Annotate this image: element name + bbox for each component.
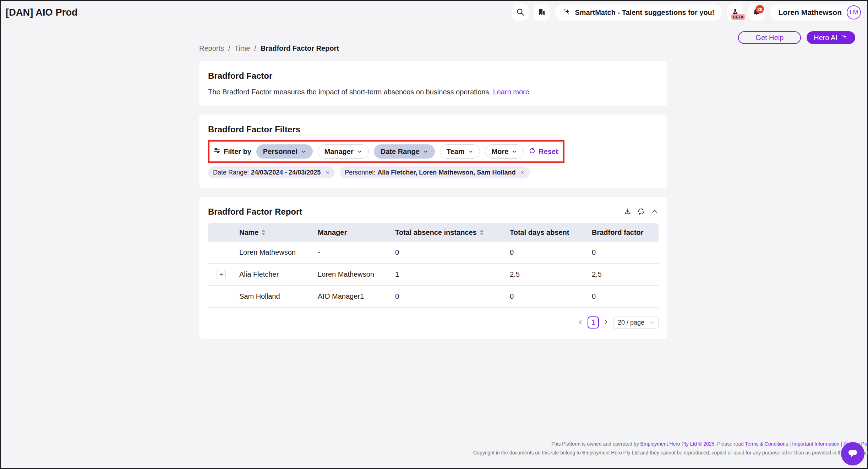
cell-manager: AIO Manager1	[312, 292, 389, 300]
cell-total-days-absent: 0	[504, 248, 586, 256]
filter-more-button[interactable]: More	[485, 144, 524, 159]
user-menu-button[interactable]: Loren Mathewson LM	[770, 4, 862, 21]
learn-more-link[interactable]: Learn more	[493, 88, 529, 96]
chip-value: Alia Fletcher, Loren Mathewson, Sam Holl…	[377, 169, 515, 176]
bradford-factor-report-page: { "app": { "title": "[DAN] AIO Prod" }, …	[0, 0, 868, 469]
column-header-bradford-factor: Bradford factor	[586, 228, 659, 237]
filter-date-range-label: Date Range	[381, 148, 420, 156]
table-header-row: Name Manager Total absence instances Tot…	[208, 223, 659, 242]
bradford-factor-report-card: Bradford Factor Report Name	[199, 197, 667, 339]
cell-bradford-factor: 2.5	[586, 270, 659, 278]
notifications-button[interactable]: 20	[748, 4, 765, 21]
report-card-title: Bradford Factor Report	[208, 207, 302, 217]
smartmatch-label: SmartMatch - Talent suggestions for you!	[575, 9, 714, 17]
column-label: Manager	[318, 228, 347, 237]
close-icon[interactable]	[325, 170, 330, 175]
filter-manager-label: Manager	[324, 148, 354, 156]
expand-cell	[208, 270, 234, 279]
cell-manager: -	[312, 248, 389, 256]
column-header-total-days-absent: Total days absent	[504, 228, 586, 237]
chat-launcher-button[interactable]	[841, 442, 864, 465]
reset-label: Reset	[539, 148, 558, 156]
search-icon	[516, 8, 525, 17]
page-number-button[interactable]: 1	[588, 316, 599, 329]
cell-manager: Loren Mathewson	[312, 270, 389, 278]
date-range-chip: Date Range: 24/03/2024 - 24/03/2025	[208, 166, 335, 178]
filter-personnel-label: Personnel	[263, 148, 297, 156]
close-icon[interactable]	[520, 170, 525, 175]
main-content: Reports / Time / Bradford Factor Report …	[199, 44, 667, 339]
chevron-down-icon	[468, 148, 473, 156]
cell-name: Alia Fletcher	[234, 270, 312, 278]
chat-bubble-icon	[846, 447, 859, 461]
search-button[interactable]	[512, 4, 529, 21]
chevron-down-icon	[649, 319, 654, 326]
chevron-down-icon	[423, 148, 428, 156]
download-icon[interactable]	[624, 208, 632, 215]
breadcrumb-current: Bradford Factor Report	[261, 44, 339, 53]
smartmatch-button[interactable]: SmartMatch - Talent suggestions for you!	[555, 4, 722, 21]
filter-manager-button[interactable]: Manager	[318, 144, 369, 159]
collapse-chevron-up-icon[interactable]	[651, 208, 659, 215]
cell-bradford-factor: 0	[586, 292, 659, 300]
hero-ai-button[interactable]: Hero AI	[807, 31, 855, 44]
sort-icon[interactable]	[261, 229, 266, 236]
chevron-right-icon	[603, 319, 609, 326]
table-row: Alia Fletcher Loren Mathewson 1 2.5 2.5	[208, 264, 659, 286]
beta-badge: BETA	[731, 14, 745, 20]
intro-card-title: Bradford Factor	[208, 71, 659, 81]
filters-card-title: Bradford Factor Filters	[208, 125, 659, 134]
footer-text: This Platform is owned and operated by	[551, 441, 640, 447]
terms-conditions-link[interactable]: Terms & Conditions	[745, 441, 788, 447]
sliders-icon	[213, 147, 221, 156]
refresh-icon[interactable]	[637, 208, 645, 215]
breadcrumb-separator: /	[254, 44, 256, 53]
expand-row-button[interactable]	[217, 270, 226, 279]
app-header: [DAN] AIO Prod SmartMatch - Talent sugge…	[0, 0, 868, 25]
breadcrumb-time[interactable]: Time	[235, 44, 250, 53]
intro-description-text: The Bradford Factor measures the impact …	[208, 88, 491, 96]
page-size-select[interactable]: 20 / page	[613, 316, 659, 329]
reset-icon	[529, 147, 536, 156]
report-card-header: Bradford Factor Report	[208, 207, 659, 217]
page-actions: Get Help Hero AI	[738, 31, 855, 44]
beta-labs-button[interactable]: BETA	[727, 4, 743, 21]
notification-count-badge: 20	[755, 5, 764, 13]
active-filter-chips: Date Range: 24/03/2024 - 24/03/2025 Pers…	[208, 166, 659, 178]
filter-team-button[interactable]: Team	[440, 144, 480, 159]
footer-text: . Please read	[714, 441, 745, 447]
column-header-total-absence-instances[interactable]: Total absence instances	[389, 228, 504, 237]
breadcrumb-reports[interactable]: Reports	[199, 44, 224, 53]
pagination: 1 20 / page	[208, 316, 659, 329]
building-icon	[537, 8, 546, 17]
page-size-label: 20 / page	[618, 319, 644, 326]
table-row: Sam Holland AIO Manager1 0 0 0	[208, 286, 659, 308]
personnel-chip: Personnel: Alia Fletcher, Loren Mathewso…	[340, 166, 530, 178]
filter-date-range-button[interactable]: Date Range	[374, 144, 435, 159]
hero-ai-label: Hero AI	[814, 34, 837, 42]
cell-total-days-absent: 0	[504, 292, 586, 300]
chevron-down-icon	[357, 148, 362, 156]
next-page-button[interactable]	[602, 319, 610, 327]
chip-label: Date Range:	[213, 169, 249, 176]
cell-name: Loren Mathewson	[234, 248, 312, 256]
previous-page-button[interactable]	[577, 319, 584, 327]
column-header-name[interactable]: Name	[234, 228, 312, 237]
filter-personnel-button[interactable]: Personnel	[256, 144, 313, 159]
important-information-link[interactable]: Important Information	[792, 441, 839, 447]
cell-total-absence-instances: 0	[389, 292, 504, 300]
reset-filters-button[interactable]: Reset	[529, 147, 558, 156]
footer-separator: |	[788, 441, 792, 447]
bradford-factor-filters-card: Bradford Factor Filters Filter by Person…	[199, 115, 667, 188]
sort-icon[interactable]	[480, 229, 484, 236]
sparkle-icon	[841, 33, 848, 42]
intro-description: The Bradford Factor measures the impact …	[208, 88, 659, 96]
breadcrumb-separator: /	[228, 44, 230, 53]
footer-legal-line: This Platform is owned and operated by E…	[551, 441, 868, 447]
employment-hero-link[interactable]: Employment Hero Pty Ltd © 2025	[640, 441, 715, 447]
get-help-button[interactable]: Get Help	[738, 31, 801, 44]
organisation-button[interactable]	[534, 4, 550, 21]
app-title: [DAN] AIO Prod	[6, 7, 78, 18]
table-row: Loren Mathewson - 0 0 0	[208, 242, 659, 264]
chip-value: 24/03/2024 - 24/03/2025	[251, 169, 321, 176]
